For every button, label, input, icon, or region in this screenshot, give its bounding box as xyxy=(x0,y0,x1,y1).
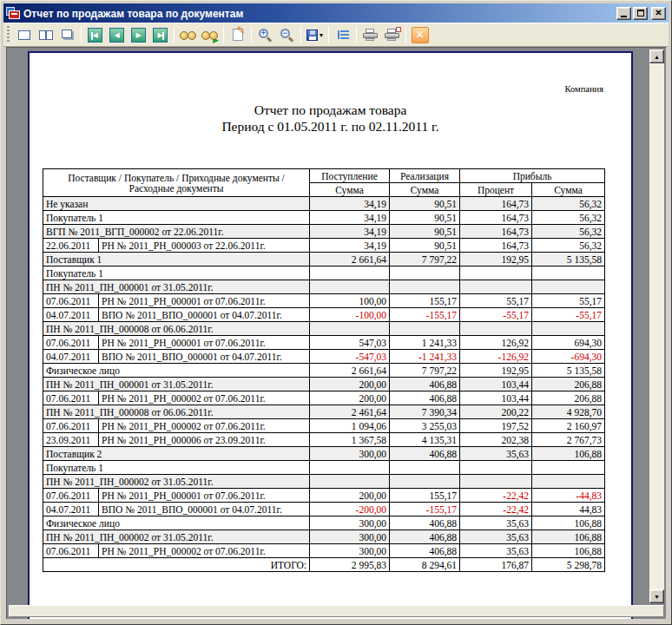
value-cell xyxy=(532,280,605,294)
value-cell xyxy=(310,266,390,280)
value-cell xyxy=(390,475,460,489)
value-cell xyxy=(460,461,532,475)
date-cell: 07.06.2011 xyxy=(43,419,99,433)
value-cell: 35,63 xyxy=(460,447,532,461)
table-row: ПН № 2011_ПН_000001 от 31.05.2011г. xyxy=(43,280,605,294)
value-cell: 126,92 xyxy=(460,336,532,350)
table-row: 22.06.2011РН № 2011_РН_000003 от 22.06.2… xyxy=(43,239,605,253)
value-cell: 1 241,33 xyxy=(390,336,460,350)
horizontal-scrollbar[interactable] xyxy=(9,605,664,617)
print-setup-button[interactable] xyxy=(381,24,403,45)
vertical-scrollbar[interactable]: ▲ ▼ xyxy=(649,49,664,603)
value-cell: 90,51 xyxy=(390,197,460,211)
save-dropdown-arrow-icon[interactable]: ▾ xyxy=(320,31,323,39)
table-row: Не указан34,1990,51164,7356,32 xyxy=(43,197,605,211)
minimize-button[interactable] xyxy=(616,7,631,20)
value-cell: 56,32 xyxy=(532,239,605,253)
first-page-button[interactable]: ◀ xyxy=(84,24,106,45)
value-cell: 176,87 xyxy=(460,558,532,572)
column-subheader-sum: Сумма xyxy=(310,183,390,197)
last-page-button[interactable]: ▶ xyxy=(149,24,171,45)
value-cell: 547,03 xyxy=(310,336,390,350)
document-cell: РН № 2011_РН_000002 от 07.06.2011г. xyxy=(99,544,310,558)
toolbar-separator xyxy=(81,26,82,43)
table-row: 07.06.2011РН № 2011_РН_000002 от 07.06.2… xyxy=(43,391,605,405)
document-cell: РН № 2011_РН_000003 от 22.06.2011г. xyxy=(99,239,310,253)
table-row: 07.06.2011РН № 2011_РН_000002 от 07.06.2… xyxy=(43,419,605,433)
date-cell: 07.06.2011 xyxy=(43,489,99,503)
table-row: 04.07.2011ВПО № 2011_ВПО_000001 от 04.07… xyxy=(43,350,605,364)
column-header-sales: Реализация xyxy=(390,169,460,183)
title-bar[interactable]: Отчет по продажам товара по документам ✕ xyxy=(3,3,669,23)
group-cell: Физическое лицо xyxy=(43,516,310,530)
value-cell: -55,17 xyxy=(460,308,532,322)
scroll-down-button[interactable]: ▼ xyxy=(649,589,664,603)
preview-area: Компания Отчет по продажам товара Период… xyxy=(6,47,666,619)
save-icon xyxy=(306,30,318,41)
group-cell: Покупатель 1 xyxy=(43,266,310,280)
value-cell: -100,00 xyxy=(310,308,390,322)
value-cell xyxy=(532,322,605,336)
scroll-up-button[interactable]: ▲ xyxy=(649,49,664,63)
value-cell: 34,19 xyxy=(310,211,390,225)
value-cell: -44,83 xyxy=(532,489,605,503)
value-cell: 2 661,64 xyxy=(310,253,390,266)
outline-button[interactable] xyxy=(332,24,353,45)
toolbar-separator xyxy=(405,26,406,43)
value-cell: -1 241,33 xyxy=(390,350,460,364)
value-cell: 406,88 xyxy=(390,530,460,544)
table-row: 04.07.2011ВПО № 2011_ВПО_000001 от 04.07… xyxy=(43,503,605,516)
edit-button[interactable]: ✎ xyxy=(227,24,248,45)
value-cell: 56,32 xyxy=(532,197,605,211)
group-cell: ПН № 2011_ПН_000001 от 31.05.2011г. xyxy=(43,378,310,391)
column-subheader-percent: Процент xyxy=(460,183,532,197)
value-cell xyxy=(390,461,460,475)
value-cell xyxy=(460,322,532,336)
date-cell: 07.06.2011 xyxy=(43,544,99,558)
table-row: ПН № 2011_ПН_000008 от 06.06.2011г. xyxy=(43,322,605,336)
zoom-out-button[interactable]: − xyxy=(276,24,298,45)
binoculars-icon xyxy=(180,30,196,41)
close-button[interactable]: ✕ xyxy=(651,7,666,20)
multiple-pages-icon xyxy=(62,30,72,38)
group-cell: Поставщик 2 xyxy=(43,447,310,461)
report-window: Отчет по продажам товара по документам ✕… xyxy=(0,0,672,625)
table-row: ПН № 2011_ПН_000001 от 31.05.2011г.200,0… xyxy=(43,378,605,391)
value-cell: 155,17 xyxy=(390,294,460,308)
report-title-line1: Отчет по продажам товара xyxy=(30,102,631,118)
value-cell: 2 461,64 xyxy=(310,405,390,419)
toolbar-separator xyxy=(356,26,357,43)
two-pages-button[interactable] xyxy=(35,24,56,45)
group-cell: Физическое лицо xyxy=(43,364,310,378)
next-page-button[interactable]: ▶ xyxy=(128,24,149,45)
toolbar-grip[interactable] xyxy=(7,26,10,43)
document-cell: РН № 2011_РН_000001 от 07.06.2011г. xyxy=(99,294,310,308)
value-cell: -694,30 xyxy=(532,350,605,364)
multiple-pages-button[interactable] xyxy=(56,24,78,45)
one-page-button[interactable] xyxy=(13,24,35,45)
toolbar-separator xyxy=(223,26,224,43)
save-button[interactable]: ▾ xyxy=(304,24,326,45)
document-cell: ВПО № 2011_ВПО_000001 от 04.07.2011г. xyxy=(99,503,310,516)
find-button[interactable] xyxy=(177,24,199,45)
value-cell: 300,00 xyxy=(310,516,390,530)
report-page: Компания Отчет по продажам товара Период… xyxy=(28,51,633,619)
minimize-icon xyxy=(621,16,627,17)
document: Компания Отчет по продажам товара Период… xyxy=(30,53,631,619)
table-row: Поставщик 2300,00406,8835,63106,88 xyxy=(43,447,605,461)
printer-setup-icon xyxy=(385,29,399,41)
value-cell: 3 255,03 xyxy=(390,419,460,433)
value-cell: 55,17 xyxy=(532,294,605,308)
previous-page-button[interactable]: ◀ xyxy=(106,24,128,45)
report-title-line2: Период с 01.05.2011 г. по 02.11.2011 г. xyxy=(30,118,631,135)
print-button[interactable] xyxy=(359,24,381,45)
company-label: Компания xyxy=(564,84,603,94)
close-preview-button[interactable]: ✕ xyxy=(409,24,431,45)
table-row: ПН № 2011_ПН_000002 от 31.05.2011г. xyxy=(43,475,605,489)
table-row: ВГП № 2011_ВГП_000002 от 22.06.2011г.34,… xyxy=(43,225,605,239)
zoom-in-button[interactable]: + xyxy=(254,24,276,45)
find-next-button[interactable]: ▶ xyxy=(199,24,221,45)
maximize-button[interactable] xyxy=(633,7,648,20)
value-cell xyxy=(532,266,605,280)
value-cell: 106,88 xyxy=(532,530,605,544)
